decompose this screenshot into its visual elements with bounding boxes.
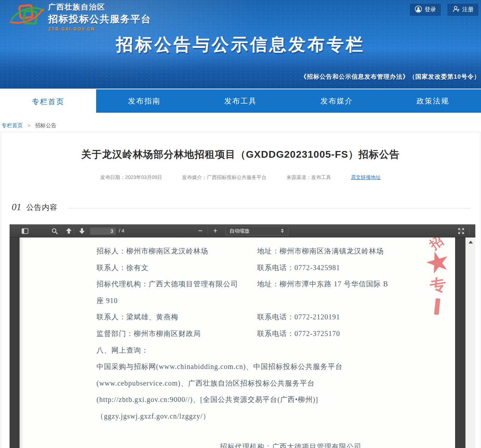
previous-page-button[interactable]: [63, 226, 74, 236]
publish-date: 发布日期：2023年03月09日: [100, 174, 162, 181]
document-right-cell: 联系电话：0772-3425981: [257, 263, 340, 273]
user-circle-icon: [415, 5, 422, 14]
section-number: 01: [12, 202, 21, 213]
nav-tab-label: 发布媒介: [320, 96, 353, 106]
zoom-scale-value: 自动缩放: [230, 228, 249, 234]
document-right-cell: 地址：柳州市潭中东路 17 号华信国际 B: [257, 279, 388, 289]
page-number-input[interactable]: [90, 227, 116, 235]
login-button[interactable]: 登录: [409, 3, 441, 16]
register-label: 注册: [462, 6, 474, 13]
nav-tab-label: 发布工具: [224, 96, 257, 106]
document-row: 招标人：柳州市柳南区龙汉岭林场 地址：柳州市柳南区洛满镇龙汉岭林场: [20, 246, 455, 263]
auth-buttons: 登录 注册: [404, 3, 479, 16]
document-text: 招标人：柳州市柳南区龙汉岭林场 地址：柳州市柳南区洛满镇龙汉岭林场 联系人：徐有…: [20, 246, 455, 428]
nav-tab[interactable]: 专栏首页: [0, 89, 96, 115]
article-meta: 发布日期：2023年03月09日 发布媒介：广西招标投标公共服务平台 来源渠道：…: [1, 174, 480, 181]
zoom-in-button[interactable]: +: [210, 224, 221, 237]
logo-region: 广西壮族自治区: [48, 2, 151, 12]
toolbar-divider: [469, 227, 470, 235]
pdf-viewer-body: 招标人：柳州市柳南区龙汉岭林场 地址：柳州市柳南区洛满镇龙汉岭林场 联系人：徐有…: [10, 237, 475, 448]
section-title: 公告内容: [26, 202, 57, 212]
document-left-cell: 中国采购与招标网(www.chinabidding.com.cn)、中国招标投标…: [96, 362, 343, 371]
logo-platform: 招标投标公共服务平台: [48, 13, 151, 26]
document-left-cell: 联系人：梁斌雄、黄燕梅: [96, 312, 178, 322]
nav-tab[interactable]: 发布媒介: [289, 89, 385, 113]
document-left-cell: 八、网上查询：: [96, 346, 149, 355]
logo-mark-icon: [9, 1, 45, 31]
document-left-cell: 招标人：柳州市柳南区龙汉岭林场: [96, 246, 208, 256]
document-row: （ggzy.jgswj.gxzf.gov.cn/lzggzy/）: [20, 411, 455, 428]
pdf-viewer: / 4 − + 自动缩放: [10, 224, 475, 448]
document-left-cell: 座 910: [96, 296, 118, 306]
document-row: 联系人：徐有文 联系电话：0772-3425981: [20, 263, 455, 280]
next-page-button[interactable]: [77, 226, 87, 236]
zoom-scale-select[interactable]: 自动缩放: [225, 226, 288, 236]
document-row: 联系人：梁斌雄、黄燕梅 联系电话：0772-2120191: [20, 312, 455, 329]
document-row: 招标代理机构：广西大德项目管理有限公司 地址：柳州市潭中东路 17 号华信国际 …: [20, 279, 455, 296]
red-stamp-character: 专: [428, 273, 448, 297]
pdf-page: 招标人：柳州市柳南区龙汉岭林场 地址：柳州市柳南区洛满镇龙汉岭林场 联系人：徐有…: [20, 237, 455, 448]
article-title: 关于龙汉岭林场部分林地招租项目（GXDDG20231005-FS）招标公告: [1, 148, 480, 161]
select-caret-icon: [281, 229, 284, 233]
logo-domain: ZTB.GXI.GOV.CN: [48, 27, 151, 32]
login-label: 登录: [425, 6, 436, 13]
pdf-scrollbar[interactable]: [465, 237, 475, 448]
fullscreen-button[interactable]: [456, 226, 466, 236]
nav-tab-label: 发布指南: [128, 96, 161, 106]
sidebar-toggle-button[interactable]: [20, 226, 30, 236]
nav-tab-label: 专栏首页: [32, 97, 65, 107]
document-left-cell: （ggzy.jgswj.gxzf.gov.cn/lzggzy/）: [96, 411, 210, 421]
breadcrumb-separator: >: [27, 122, 31, 128]
scrollbar-up-arrow[interactable]: [466, 237, 475, 247]
document-row: (http://zbtb.gxi.gov.cn:9000//)、[全国公共资源交…: [20, 395, 455, 411]
pdf-toolbar: / 4 − + 自动缩放: [10, 224, 475, 237]
section-divider-line: [68, 208, 470, 208]
main-nav: 专栏首页 发布指南 发布工具 发布媒介 政策法规: [0, 89, 481, 113]
publish-media: 发布媒介：广西招标投标公共服务平台: [182, 174, 266, 181]
document-left-cell: 监督部门：柳州市柳南区财政局: [96, 329, 201, 338]
user-add-icon: [452, 5, 460, 14]
nav-tab[interactable]: 政策法规: [385, 89, 481, 113]
document-row: 中国采购与招标网(www.chinabidding.com.cn)、中国招标投标…: [20, 362, 455, 379]
document-row: 座 910: [20, 296, 455, 313]
breadcrumb: 专栏首页 > 招标公告: [1, 122, 56, 129]
page-count-label: / 4: [119, 224, 125, 237]
document-right-cell: 联系电话：0772-3725170: [257, 329, 340, 338]
toolbar-divider: [74, 227, 74, 235]
register-button[interactable]: 注册: [447, 3, 479, 16]
document-left-cell: 联系人：徐有文: [96, 263, 149, 273]
nav-tab-label: 政策法规: [416, 96, 449, 106]
document-row: (www.cebpubservice.com)、广西壮族自治区招标投标公共服务平…: [20, 379, 455, 395]
logo-text: 广西壮族自治区 招标投标公共服务平台 ZTB.GXI.GOV.CN: [48, 1, 151, 32]
document-row: 监督部门：柳州市柳南区财政局 联系电话：0772-3725170: [20, 329, 455, 346]
banner-title: 招标公告与公示信息发布专栏: [0, 33, 481, 56]
document-bottom-line: 招标代理机构：广西大德项目管理有限公司: [220, 442, 361, 448]
document-left-cell: (http://zbtb.gxi.gov.cn:9000//)、[全国公共资源交…: [96, 395, 318, 404]
document-left-cell: 招标代理机构：广西大德项目管理有限公司: [96, 279, 238, 289]
origin-link[interactable]: 原文链接地址: [351, 174, 381, 181]
document-left-cell: (www.cebpubservice.com)、广西壮族自治区招标投标公共服务平…: [96, 379, 315, 388]
banner-subtitle: 《招标公告和公示信息发布管理办法》（国家发改委第10号令）: [300, 73, 480, 81]
breadcrumb-current: 招标公告: [35, 122, 56, 128]
document-right-cell: 地址：柳州市柳南区洛满镇龙汉岭林场: [257, 246, 384, 256]
header-banner: 广西壮族自治区 招标投标公共服务平台 ZTB.GXI.GOV.CN 登录: [0, 0, 481, 89]
nav-tab[interactable]: 发布指南: [96, 89, 192, 113]
search-button[interactable]: [49, 226, 60, 236]
document-row: 八、网上查询：: [20, 346, 455, 362]
page: 广西壮族自治区 招标投标公共服务平台 ZTB.GXI.GOV.CN 登录: [0, 0, 481, 448]
site-logo[interactable]: 广西壮族自治区 招标投标公共服务平台 ZTB.GXI.GOV.CN: [9, 1, 151, 32]
source-channel: 来源渠道：发布工具: [286, 174, 331, 181]
nav-tab[interactable]: 发布工具: [192, 89, 288, 113]
zoom-out-button[interactable]: −: [195, 224, 206, 237]
document-right-cell: 联系电话：0772-2120191: [257, 312, 340, 322]
breadcrumb-home-link[interactable]: 专栏首页: [1, 122, 23, 128]
section-header: 01 公告内容: [12, 202, 470, 213]
toolbar-divider: [208, 227, 208, 235]
